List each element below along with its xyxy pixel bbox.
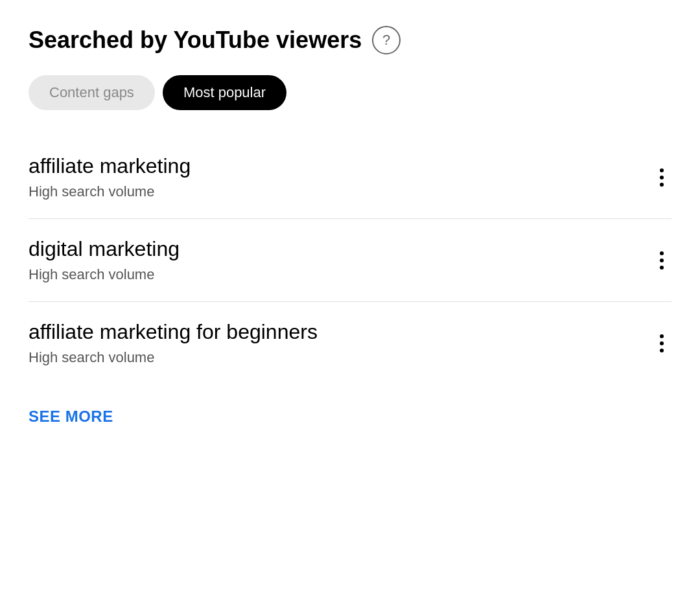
more-options-button-2[interactable] [652,246,671,275]
item-subtitle-3: High search volume [29,349,318,366]
tab-content-gaps[interactable]: Content gaps [29,75,155,110]
more-options-button-3[interactable] [652,329,671,358]
see-more-button[interactable]: SEE MORE [29,408,113,426]
more-options-button-1[interactable] [652,163,671,192]
item-content-1: affiliate marketing High search volume [29,154,191,200]
item-title-2: digital marketing [29,237,180,261]
item-subtitle-1: High search volume [29,183,191,200]
list-item: affiliate marketing for beginners High s… [29,302,671,384]
help-icon[interactable]: ? [372,26,401,54]
item-content-3: affiliate marketing for beginners High s… [29,320,318,366]
page-header: Searched by YouTube viewers ? [29,26,671,54]
tab-most-popular[interactable]: Most popular [163,75,286,110]
item-title-3: affiliate marketing for beginners [29,320,318,344]
page-title: Searched by YouTube viewers [29,27,362,54]
list-item: digital marketing High search volume [29,219,671,302]
list-item: affiliate marketing High search volume [29,136,671,219]
item-subtitle-2: High search volume [29,266,180,283]
search-items-list: affiliate marketing High search volume d… [29,136,671,384]
item-title-1: affiliate marketing [29,154,191,178]
item-content-2: digital marketing High search volume [29,237,180,283]
tab-group: Content gaps Most popular [29,75,671,110]
